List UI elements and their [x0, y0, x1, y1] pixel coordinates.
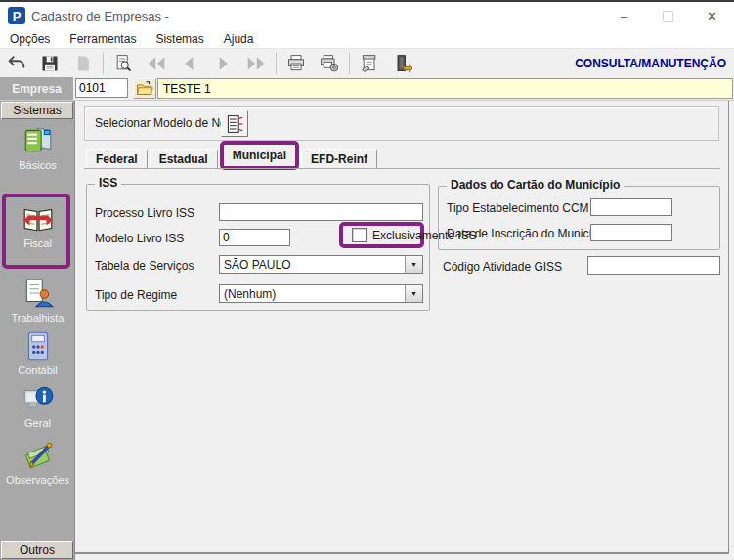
nav-next-button-disabled	[206, 51, 239, 75]
municipal-annotation-box: Municipal	[220, 141, 299, 170]
modelo-livro-iss-input[interactable]	[219, 229, 290, 246]
contabil-icon	[22, 329, 55, 363]
geral-icon	[22, 382, 55, 415]
app-logo-icon: P	[8, 7, 25, 24]
window-controls: – ✕	[602, 2, 734, 29]
close-button[interactable]: ✕	[690, 2, 734, 29]
preview-icon	[113, 54, 133, 73]
app-window: P Cadastro de Empresas - – ✕ Opções Ferr…	[0, 0, 734, 560]
window-title: Cadastro de Empresas -	[31, 9, 169, 23]
processo-livro-iss-input[interactable]	[219, 203, 423, 221]
undo-icon	[6, 53, 27, 74]
cancel-button-disabled	[66, 51, 100, 75]
folder-open-icon	[136, 81, 153, 96]
report-button[interactable]	[353, 51, 386, 75]
basicos-icon	[22, 124, 55, 157]
exit-button[interactable]	[386, 51, 419, 75]
tipo-regime-value: (Nenhum)	[224, 287, 276, 301]
sidebar-item-fiscal[interactable]: Fiscal	[0, 202, 75, 249]
nav-first-button-disabled	[140, 51, 173, 75]
data-inscricao-municipio-label: Data de Inscrição do Município	[447, 227, 608, 240]
toolbar-separator	[349, 53, 350, 74]
sidebar-item-label: Fiscal	[23, 237, 52, 249]
exit-door-icon	[393, 54, 412, 73]
trabalhista-icon	[22, 277, 55, 310]
tabela-servicos-label: Tabela de Serviços	[95, 259, 194, 273]
exclusivamente-iss-annotation-box: Exclusivamente ISS	[339, 222, 424, 248]
tabela-servicos-combobox[interactable]: SÃO PAULO ▼	[219, 255, 423, 274]
fiscal-icon	[22, 202, 55, 236]
report-icon	[360, 54, 379, 73]
open-company-button[interactable]	[133, 78, 156, 99]
save-icon	[40, 54, 60, 73]
sidebar-item-label: Básicos	[19, 159, 57, 171]
nav-prev-button-disabled	[173, 51, 206, 75]
iss-groupbox: ISS Processo Livro ISS Modelo Livro ISS …	[86, 184, 430, 311]
sidebar-item-label: Observações	[6, 474, 69, 486]
tipo-estabelecimento-ccm-label: Tipo Estabelecimento CCM	[447, 201, 589, 215]
sidebar-item-trabalhista[interactable]: Trabalhista	[0, 277, 75, 323]
printer-setup-icon	[320, 54, 339, 73]
tipo-estabelecimento-ccm-input[interactable]	[590, 198, 672, 216]
modelo-livro-iss-label: Modelo Livro ISS	[95, 232, 184, 245]
minimize-button[interactable]: –	[602, 2, 646, 29]
tab-strip: Federal Estadual Municipal EFD-Reinf	[86, 146, 379, 169]
sidebar-item-observacoes[interactable]: Observações	[0, 439, 75, 486]
sidebar-item-contabil[interactable]: Contábil	[0, 329, 75, 376]
tab-federal[interactable]: Federal	[86, 149, 148, 169]
sidebar-footer-outros[interactable]: Outros	[1, 541, 73, 559]
mode-status-label: CONSULTA/MANUTENÇÃO	[575, 57, 726, 70]
codigo-atividade-giss-input[interactable]	[587, 256, 720, 275]
select-model-button[interactable]	[221, 110, 248, 137]
empresa-code-input[interactable]	[75, 78, 128, 98]
codigo-atividade-giss-label: Código Atividade GISS	[443, 260, 562, 274]
sidebar-item-basicos[interactable]: Básicos	[0, 124, 75, 171]
tabela-servicos-value: SÃO PAULO	[224, 258, 290, 272]
toolbar-separator	[103, 53, 104, 74]
menu-sistemas[interactable]: Sistemas	[146, 32, 213, 46]
previous-record-icon	[178, 54, 201, 73]
empresa-name-input[interactable]	[157, 78, 733, 99]
note-model-icon	[225, 114, 244, 134]
model-selector-label: Selecionar Modelo de Nota	[95, 116, 237, 130]
last-record-icon	[244, 54, 268, 73]
tab-estadual[interactable]: Estadual	[150, 149, 218, 169]
maximize-button	[646, 2, 690, 29]
undo-button[interactable]	[0, 51, 33, 75]
cartao-municipio-groupbox: Dados do Cartão do Município Tipo Estabe…	[438, 186, 720, 250]
main-panel: Selecionar Modelo de Nota Federal Estadu…	[75, 101, 729, 554]
title-bar: P Cadastro de Empresas - – ✕	[0, 2, 734, 29]
tab-municipal-active[interactable]: Municipal	[224, 145, 295, 166]
menu-opcoes[interactable]: Opções	[0, 32, 60, 46]
sidebar-sistemas: Sistemas Básicos	[0, 101, 75, 560]
next-record-icon	[211, 54, 235, 73]
sidebar-header-sistemas[interactable]: Sistemas	[1, 102, 73, 119]
exclusivamente-iss-checkbox[interactable]	[352, 228, 367, 242]
menu-bar: Opções Ferramentas Sistemas Ajuda	[0, 29, 734, 49]
sidebar-item-label: Trabalhista	[11, 312, 64, 323]
tipo-regime-label: Tipo de Regime	[95, 288, 177, 302]
sidebar-item-label: Geral	[24, 417, 51, 429]
print-setup-button[interactable]	[313, 51, 346, 75]
chevron-down-icon[interactable]: ▼	[405, 285, 422, 302]
empresa-label: Empresa	[0, 77, 73, 100]
sidebar-item-geral[interactable]: Geral	[0, 382, 75, 429]
disabled-document-icon	[73, 54, 93, 73]
tipo-regime-combobox[interactable]: (Nenhum) ▼	[219, 284, 423, 303]
toolbar: CONSULTA/MANUTENÇÃO	[0, 49, 734, 78]
toolbar-separator	[276, 53, 277, 74]
observacoes-icon	[22, 439, 55, 472]
sidebar-item-label: Contábil	[18, 365, 57, 376]
save-button[interactable]	[33, 51, 66, 75]
preview-button[interactable]	[107, 51, 140, 75]
maximize-icon	[663, 11, 673, 22]
first-record-icon	[145, 54, 168, 73]
tab-efd-reinf[interactable]: EFD-Reinf	[301, 149, 377, 169]
data-inscricao-municipio-input[interactable]	[590, 224, 672, 241]
iss-group-title: ISS	[95, 176, 121, 190]
print-button[interactable]	[280, 51, 313, 75]
menu-ajuda[interactable]: Ajuda	[214, 32, 264, 46]
processo-livro-iss-label: Processo Livro ISS	[95, 206, 194, 220]
menu-ferramentas[interactable]: Ferramentas	[60, 32, 146, 46]
chevron-down-icon[interactable]: ▼	[405, 256, 422, 273]
